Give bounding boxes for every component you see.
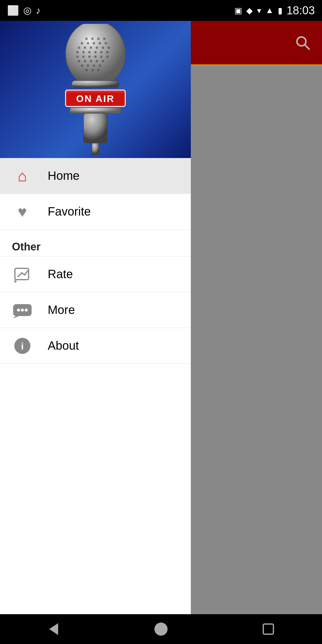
svg-rect-47 bbox=[92, 143, 99, 155]
svg-point-12 bbox=[90, 47, 92, 49]
hero-image: ON AIR bbox=[0, 21, 191, 158]
svg-point-23 bbox=[82, 55, 85, 58]
search-icon bbox=[295, 35, 310, 50]
rate-icon bbox=[13, 265, 31, 283]
bottom-nav-bar bbox=[0, 614, 322, 644]
wifi-icon: ▾ bbox=[257, 6, 261, 16]
svg-point-19 bbox=[94, 51, 97, 53]
home-button[interactable] bbox=[149, 617, 173, 641]
svg-point-32 bbox=[102, 60, 104, 62]
status-bar: ⬜ ◎ ♪ ▣ ◆ ▾ ▲ ▮ 18:03 bbox=[0, 0, 322, 21]
svg-point-63 bbox=[154, 623, 168, 636]
music-icon: ♪ bbox=[36, 5, 41, 16]
svg-point-36 bbox=[99, 64, 101, 67]
home-icon: ⌂ bbox=[18, 167, 27, 185]
svg-point-30 bbox=[90, 60, 92, 62]
svg-point-29 bbox=[84, 60, 86, 62]
svg-point-27 bbox=[106, 55, 109, 58]
svg-text:i: i bbox=[21, 341, 24, 352]
back-icon bbox=[46, 622, 61, 637]
svg-point-0 bbox=[66, 24, 125, 86]
svg-point-34 bbox=[87, 64, 89, 67]
status-time: 18:03 bbox=[287, 4, 315, 17]
menu-item-more[interactable]: More bbox=[0, 292, 191, 328]
svg-point-28 bbox=[78, 60, 80, 62]
menu-item-rate[interactable]: Rate bbox=[0, 256, 191, 292]
svg-point-25 bbox=[94, 55, 97, 58]
svg-point-2 bbox=[91, 38, 94, 40]
svg-point-55 bbox=[17, 309, 20, 312]
heart-icon: ♥ bbox=[18, 203, 27, 221]
more-icon-container bbox=[12, 300, 33, 321]
svg-marker-54 bbox=[13, 316, 19, 318]
mic-illustration: ON AIR bbox=[0, 21, 191, 158]
svg-point-37 bbox=[85, 69, 88, 71]
svg-point-14 bbox=[102, 47, 104, 49]
svg-point-8 bbox=[99, 42, 101, 44]
svg-point-13 bbox=[96, 47, 98, 49]
diamond-icon: ◆ bbox=[246, 6, 253, 16]
menu-more-label: More bbox=[48, 303, 75, 317]
svg-rect-48 bbox=[15, 268, 29, 280]
svg-point-57 bbox=[25, 309, 28, 312]
screenshot-icon: ⬜ bbox=[7, 5, 19, 16]
menu-item-about[interactable]: i About bbox=[0, 328, 191, 364]
recent-icon bbox=[261, 622, 276, 637]
svg-point-26 bbox=[100, 55, 103, 58]
svg-line-49 bbox=[18, 273, 22, 277]
navigation-drawer: ON AIR ⌂ Home ♥ Favorite bbox=[0, 21, 191, 614]
svg-point-21 bbox=[106, 51, 109, 53]
svg-point-15 bbox=[108, 47, 110, 49]
svg-line-61 bbox=[305, 45, 309, 49]
recent-apps-button[interactable] bbox=[256, 617, 280, 641]
status-icons-right: ▣ ◆ ▾ ▲ ▮ 18:03 bbox=[234, 4, 315, 17]
back-button[interactable] bbox=[42, 617, 66, 641]
svg-point-5 bbox=[81, 42, 83, 44]
home-icon-container: ⌂ bbox=[12, 165, 33, 186]
svg-line-51 bbox=[25, 271, 28, 275]
microphone-svg: ON AIR bbox=[48, 24, 143, 155]
svg-rect-40 bbox=[72, 80, 119, 88]
menu-rate-label: Rate bbox=[48, 267, 73, 281]
svg-point-24 bbox=[88, 55, 91, 58]
menu-about-label: About bbox=[48, 339, 79, 352]
menu-favorite-label: Favorite bbox=[48, 205, 91, 218]
menu-item-favorite[interactable]: ♥ Favorite bbox=[0, 194, 191, 230]
svg-point-38 bbox=[91, 69, 94, 71]
info-icon-container: i bbox=[12, 335, 33, 356]
svg-point-33 bbox=[81, 64, 83, 67]
rate-icon-container bbox=[12, 264, 33, 285]
svg-point-10 bbox=[78, 47, 80, 49]
more-icon bbox=[13, 302, 32, 318]
status-icons-left: ⬜ ◎ ♪ bbox=[7, 5, 41, 16]
svg-point-6 bbox=[87, 42, 89, 44]
svg-point-9 bbox=[105, 42, 107, 44]
svg-point-1 bbox=[85, 38, 88, 40]
svg-rect-45 bbox=[70, 107, 121, 113]
svg-point-22 bbox=[76, 55, 79, 58]
other-label: Other bbox=[12, 241, 41, 253]
menu-home-label: Home bbox=[48, 169, 80, 182]
svg-point-7 bbox=[93, 42, 95, 44]
svg-point-35 bbox=[93, 64, 95, 67]
svg-point-4 bbox=[103, 38, 106, 40]
svg-rect-64 bbox=[263, 624, 273, 634]
right-panel bbox=[191, 21, 322, 614]
svg-point-18 bbox=[88, 51, 91, 53]
svg-point-17 bbox=[82, 51, 85, 53]
cast-icon: ▣ bbox=[234, 6, 242, 16]
svg-point-20 bbox=[100, 51, 103, 53]
svg-point-11 bbox=[84, 47, 86, 49]
other-section-header: Other bbox=[0, 230, 191, 256]
svg-point-31 bbox=[96, 60, 98, 62]
camera-icon: ◎ bbox=[23, 5, 32, 16]
search-button[interactable] bbox=[292, 32, 313, 53]
svg-point-16 bbox=[76, 51, 79, 53]
svg-point-56 bbox=[21, 309, 24, 312]
svg-rect-46 bbox=[83, 113, 107, 143]
menu-item-home[interactable]: ⌂ Home bbox=[0, 158, 191, 194]
info-icon: i bbox=[13, 337, 31, 355]
signal-icon: ▲ bbox=[265, 6, 274, 15]
svg-text:ON AIR: ON AIR bbox=[76, 93, 115, 104]
heart-icon-container: ♥ bbox=[12, 201, 33, 222]
